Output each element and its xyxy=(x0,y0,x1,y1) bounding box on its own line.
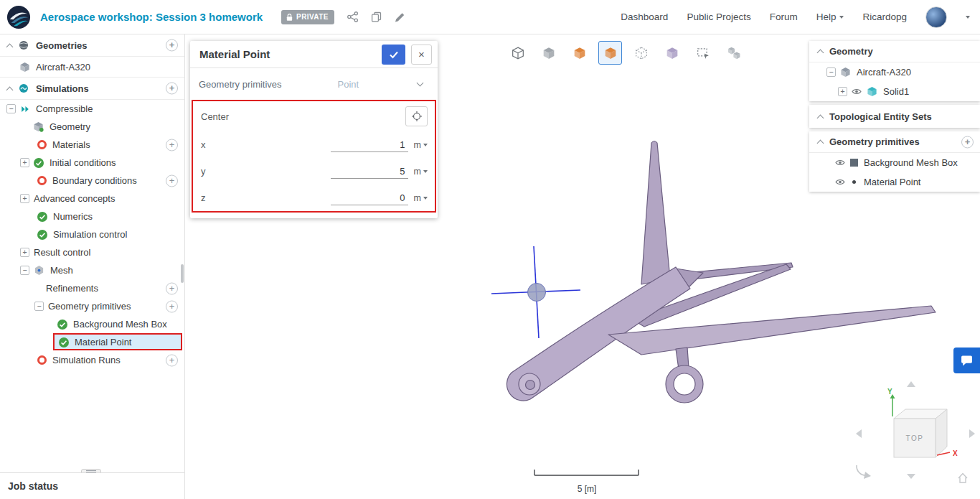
solid-shaded-view-button[interactable] xyxy=(537,41,560,65)
tree-item-label: Simulation Runs xyxy=(52,355,121,365)
tree-item-background-mesh-box-right[interactable]: Background Mesh Box xyxy=(809,153,980,172)
add-geometry-button[interactable]: + xyxy=(166,39,178,52)
collapse-box-icon[interactable]: − xyxy=(20,266,29,275)
job-status-bar[interactable]: Job status xyxy=(0,472,184,499)
primitive-type-select[interactable]: Point xyxy=(338,79,418,90)
expand-box-icon[interactable]: + xyxy=(20,248,29,257)
geometries-section-header[interactable]: Geometries + xyxy=(0,34,184,57)
tree-item-label: Geometry xyxy=(50,121,90,132)
orientation-widget[interactable]: TOP Y X xyxy=(856,381,975,482)
coordinate-y-input[interactable] xyxy=(331,164,408,179)
point-cloud-icon xyxy=(635,47,648,60)
pick-point-button[interactable] xyxy=(405,106,428,126)
surface-mesh-view-button[interactable] xyxy=(567,41,591,65)
tree-item-numerics[interactable]: Numerics xyxy=(0,207,184,225)
tree-item-aircraft-a320-right[interactable]: − Aircraft-A320 xyxy=(809,62,980,82)
add-boundary-condition-button[interactable]: + xyxy=(166,174,178,187)
tree-item-material-point-selected[interactable]: Material Point xyxy=(0,333,184,351)
tree-item-boundary-conditions[interactable]: Boundary conditions + xyxy=(0,172,184,190)
add-refinement-button[interactable]: + xyxy=(166,282,178,294)
rotate-right-button[interactable] xyxy=(969,429,975,438)
box-selection-button[interactable] xyxy=(691,41,715,65)
apply-button[interactable] xyxy=(382,45,405,65)
tree-item-solid1[interactable]: + Solid1 xyxy=(809,82,980,101)
unit-selector[interactable]: m xyxy=(414,140,428,150)
nav-forum[interactable]: Forum xyxy=(770,11,798,22)
tree-item-materials[interactable]: Materials + xyxy=(0,136,184,154)
visibility-eye-icon[interactable] xyxy=(835,159,845,167)
expand-box-icon[interactable]: + xyxy=(20,158,29,167)
tree-item-result-control[interactable]: + Result control xyxy=(0,243,184,261)
rotate-left-button[interactable] xyxy=(856,429,862,438)
collapse-box-icon[interactable]: − xyxy=(826,67,836,77)
simulations-section-header[interactable]: Simulations + xyxy=(0,78,184,100)
primitive-type-label: Geometry primitives xyxy=(199,79,282,90)
collapse-chevron-icon[interactable] xyxy=(817,140,824,147)
nav-public-projects[interactable]: Public Projects xyxy=(687,11,750,22)
explode-parts-button[interactable] xyxy=(722,41,745,65)
geometry-primitives-header[interactable]: Geometry primitives + xyxy=(809,131,980,153)
tree-item-geometry-primitives[interactable]: − Geometry primitives + xyxy=(0,297,184,315)
visibility-eye-icon[interactable] xyxy=(835,178,845,186)
expand-box-icon[interactable]: + xyxy=(838,87,847,96)
geometry-tree-header[interactable]: Geometry xyxy=(809,41,980,62)
nav-username[interactable]: Ricardopg xyxy=(862,11,907,22)
tree-item-initial-conditions[interactable]: + Initial conditions xyxy=(0,154,184,172)
start-simulation-run-button[interactable]: + xyxy=(166,354,178,366)
tree-item-simulation-runs[interactable]: Simulation Runs + xyxy=(0,351,184,369)
transparent-surfaces-view-button[interactable] xyxy=(660,41,684,65)
close-button[interactable]: × xyxy=(411,45,432,65)
visibility-eye-icon[interactable] xyxy=(852,88,862,95)
compressible-icon xyxy=(20,104,30,114)
collapse-box-icon[interactable]: − xyxy=(6,104,16,113)
collapse-box-icon[interactable]: − xyxy=(34,302,44,311)
volume-mesh-view-button-active[interactable] xyxy=(598,41,622,65)
chevron-down-icon[interactable] xyxy=(417,80,424,87)
collapse-chevron-icon[interactable] xyxy=(6,43,14,50)
collapse-chevron-icon[interactable] xyxy=(817,114,824,121)
add-simulation-button[interactable]: + xyxy=(166,83,178,95)
tree-item-refinements[interactable]: Refinements + xyxy=(0,279,184,297)
perspective-cube-view-button[interactable] xyxy=(506,41,529,65)
topological-entity-sets-header[interactable]: Topological Entity Sets xyxy=(809,105,980,128)
coordinate-z-input[interactable] xyxy=(331,191,408,205)
tree-item-geometry[interactable]: Geometry xyxy=(0,118,184,136)
material-point-marker[interactable] xyxy=(491,246,580,338)
nav-help-menu[interactable]: Help xyxy=(816,11,844,22)
point-cloud-view-button[interactable] xyxy=(629,41,653,65)
top-navigation: Dashboard Public Projects Forum Help Ric… xyxy=(621,6,980,28)
tree-item-advanced-concepts[interactable]: + Advanced concepts xyxy=(0,190,184,207)
rename-project-button[interactable] xyxy=(395,12,405,22)
tree-item-aircraft-a320[interactable]: Aircraft-A320 xyxy=(0,57,184,78)
collapse-chevron-icon[interactable] xyxy=(6,86,14,93)
private-badge[interactable]: PRIVATE xyxy=(281,10,334,24)
add-material-button[interactable]: + xyxy=(166,139,178,151)
rotate-up-button[interactable] xyxy=(907,381,915,387)
tree-item-simulation-control[interactable]: Simulation control xyxy=(0,225,184,243)
tree-item-material-point-right[interactable]: Material Point xyxy=(809,172,980,192)
simscale-logo[interactable] xyxy=(6,5,31,29)
rotate-down-button[interactable] xyxy=(907,474,915,479)
avatar[interactable] xyxy=(925,6,947,28)
tree-item-mesh[interactable]: − Mesh xyxy=(0,261,184,279)
status-complete-icon xyxy=(37,212,47,222)
scrollbar-thumb[interactable] xyxy=(181,264,184,283)
tree-item-background-mesh-box[interactable]: Background Mesh Box xyxy=(0,315,184,333)
home-view-button[interactable] xyxy=(958,474,967,483)
nav-dashboard[interactable]: Dashboard xyxy=(621,11,668,22)
collapse-chevron-icon[interactable] xyxy=(817,50,824,57)
tree-item-compressible[interactable]: − Compressible xyxy=(0,100,184,118)
add-geometry-primitive-button[interactable]: + xyxy=(961,136,974,148)
tree-item-label: Solid1 xyxy=(883,86,909,97)
tree-item-label: Aircraft-A320 xyxy=(36,62,90,73)
expand-box-icon[interactable]: + xyxy=(20,194,29,203)
account-menu-chevron-icon[interactable] xyxy=(966,16,970,19)
share-button[interactable] xyxy=(347,11,358,22)
chat-icon xyxy=(961,355,973,367)
unit-selector[interactable]: m xyxy=(414,193,428,203)
support-chat-button[interactable] xyxy=(953,348,980,373)
add-geometry-primitive-button[interactable]: + xyxy=(166,300,178,312)
copy-project-button[interactable] xyxy=(371,11,382,22)
coordinate-x-input[interactable] xyxy=(331,138,408,152)
unit-selector[interactable]: m xyxy=(414,167,428,177)
